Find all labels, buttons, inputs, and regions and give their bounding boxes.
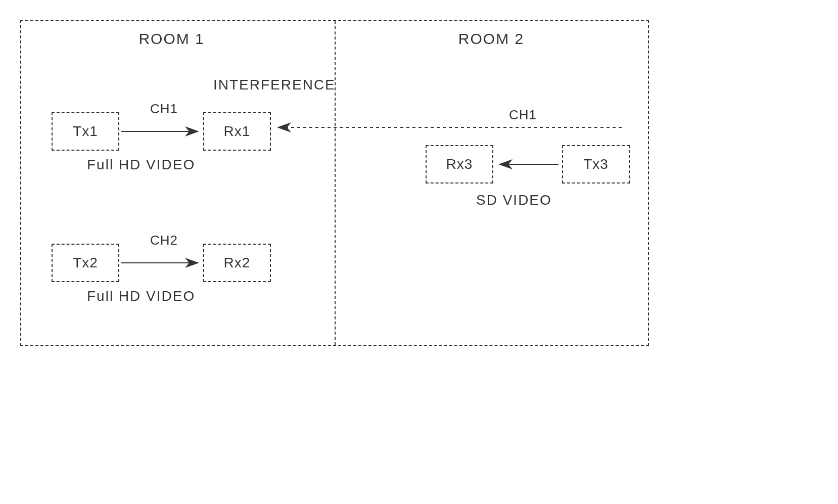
ch1-label-room2: CH1 [509,107,537,123]
room2-label: ROOM 2 [458,30,524,48]
sd-video-label: SD VIDEO [476,192,552,208]
rx1-box: Rx1 [203,112,271,151]
room-divider [335,21,336,345]
interference-label: INTERFERENCE [213,77,336,93]
wireless-interference-diagram: ROOM 1 ROOM 2 INTERFERENCE Tx1 Rx1 CH1 F… [20,20,649,346]
tx2-box: Tx2 [52,244,119,282]
interference-arrow [273,122,627,132]
room1-label: ROOM 1 [138,30,204,48]
tx3-box: Tx3 [562,145,630,184]
arrow-tx3-rx3 [495,159,558,169]
rx2-box: Rx2 [203,244,271,282]
fullhd-label-1: Full HD VIDEO [87,157,195,173]
ch1-label-room1: CH1 [150,101,178,117]
arrow-tx1-rx1 [121,126,200,136]
ch2-label: CH2 [150,233,178,248]
tx1-box: Tx1 [52,112,119,151]
fullhd-label-2: Full HD VIDEO [87,288,195,304]
arrow-tx2-rx2 [121,258,200,268]
rx3-box: Rx3 [426,145,493,184]
